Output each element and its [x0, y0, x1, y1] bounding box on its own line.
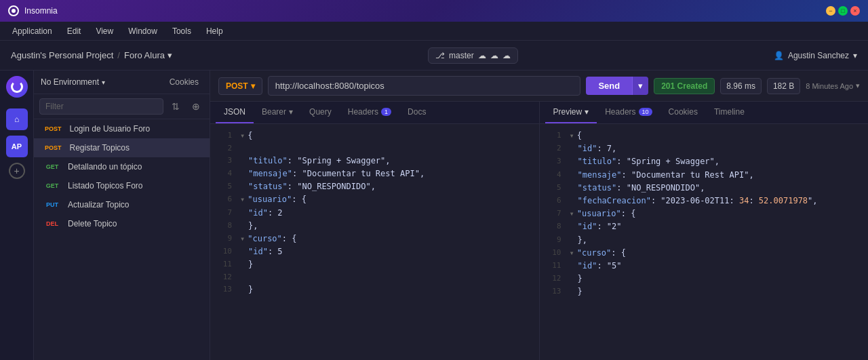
- menu-application[interactable]: Application: [5, 24, 59, 39]
- method-selector[interactable]: POST ▾: [218, 77, 262, 95]
- request-list-item[interactable]: POST Login de Usuario Foro: [34, 119, 210, 138]
- add-request-button[interactable]: ⊕: [188, 98, 204, 115]
- expand-icon[interactable]: ▾: [240, 233, 245, 245]
- git-branch-selector[interactable]: ⎇ master ☁ ☁ ☁: [428, 47, 518, 64]
- size-badge: 182 B: [767, 78, 800, 94]
- request-name: Registar Topicos: [70, 143, 130, 153]
- line-content: "id": 5: [248, 245, 534, 258]
- code-line: 2: [210, 142, 539, 155]
- cloud-icon: ☁: [478, 51, 486, 60]
- response-tab-headers[interactable]: Headers 10: [597, 102, 660, 123]
- user-chevron-icon: ▾: [853, 51, 857, 60]
- expand-icon[interactable]: ▾: [240, 129, 245, 142]
- line-content: {: [248, 129, 533, 142]
- minimize-button[interactable]: −: [826, 6, 835, 16]
- line-number: 10: [545, 247, 561, 259]
- line-content: },: [248, 220, 534, 233]
- request-list-item[interactable]: DEL Delete Topico: [34, 214, 210, 233]
- request-list-item[interactable]: GET Listado Topicos Foro: [34, 176, 210, 195]
- request-tab-headers[interactable]: Headers 1: [340, 102, 399, 123]
- line-number: 4: [216, 167, 232, 180]
- request-tab-bearer[interactable]: Bearer ▾: [254, 102, 301, 123]
- line-number: 5: [545, 182, 561, 194]
- close-button[interactable]: ×: [850, 6, 860, 16]
- expand-icon[interactable]: ▾: [570, 207, 574, 220]
- maximize-button[interactable]: □: [838, 6, 848, 16]
- request-name: Detallando un tópico: [68, 162, 142, 172]
- method-badge: GET: [42, 182, 62, 190]
- sort-button[interactable]: ⇅: [167, 98, 184, 115]
- environment-selector[interactable]: No Environment ▾: [41, 77, 161, 87]
- request-list-item[interactable]: GET Detallando un tópico: [34, 157, 210, 176]
- line-number: 9: [545, 234, 561, 246]
- code-line: 8 "id": "2": [540, 220, 869, 233]
- user-info[interactable]: 👤 Agustin Sanchez ▾: [774, 51, 857, 60]
- send-dropdown-button[interactable]: ▾: [632, 77, 648, 95]
- request-body-editor[interactable]: 1▾{23 "titulo": "Spring + Swagger",4 "me…: [210, 124, 539, 360]
- line-number: 2: [545, 142, 561, 155]
- menu-bar: Application Edit View Window Tools Help: [0, 22, 868, 41]
- code-line: 3 "titulo": "Spring + Swagger",: [210, 155, 539, 167]
- send-button[interactable]: Send: [586, 77, 632, 95]
- menu-window[interactable]: Window: [121, 24, 164, 39]
- user-icon: 👤: [774, 51, 784, 60]
- filter-input[interactable]: [39, 98, 163, 115]
- time-ago: 8 Minutes Ago ▾: [806, 81, 860, 90]
- cookies-button[interactable]: Cookies: [165, 76, 203, 88]
- home-icon: ⌂: [14, 115, 19, 124]
- workspace-badge[interactable]: AP: [6, 136, 28, 157]
- request-tab-docs[interactable]: Docs: [399, 102, 434, 123]
- cloud-ok-icon: ☁: [502, 51, 511, 60]
- add-workspace-button[interactable]: +: [9, 163, 25, 179]
- method-badge: GET: [42, 163, 62, 171]
- response-tab-cookies[interactable]: Cookies: [660, 102, 706, 123]
- main-container: ⌂ AP + No Environment ▾ Cookies ⇅ ⊕ POST…: [0, 71, 868, 360]
- panels: JSONBearer ▾QueryHeaders 1Docs 1▾{23 "ti…: [210, 102, 868, 360]
- svg-point-1: [12, 9, 16, 13]
- code-line: 8 },: [210, 220, 539, 233]
- expand-icon[interactable]: ▾: [240, 193, 245, 206]
- url-input[interactable]: [268, 76, 581, 96]
- response-tab-timeline[interactable]: Timeline: [706, 102, 753, 123]
- git-icon: ⎇: [435, 51, 445, 60]
- menu-view[interactable]: View: [89, 24, 120, 39]
- line-number: 6: [216, 193, 232, 205]
- request-name: Login de Usuario Foro: [70, 124, 151, 134]
- sidebar: No Environment ▾ Cookies ⇅ ⊕ POST Login …: [34, 71, 210, 360]
- request-tab-bar: JSONBearer ▾QueryHeaders 1Docs: [210, 102, 539, 124]
- line-number: 2: [216, 142, 232, 155]
- line-content: "curso": {: [577, 247, 863, 260]
- breadcrumb-collection[interactable]: Foro Alura ▾: [124, 50, 172, 60]
- code-line: 4 "mensaje": "Documentar tu Rest API",: [210, 167, 539, 180]
- nav-home-button[interactable]: ⌂: [6, 108, 28, 130]
- request-list-item[interactable]: POST Registar Topicos: [34, 138, 210, 157]
- method-badge: DEL: [42, 220, 62, 228]
- line-content: }: [248, 258, 534, 271]
- request-list-item[interactable]: PUT Actualizar Topico: [34, 195, 210, 214]
- code-line: 4 "mensaje": "Documentar tu Rest API",: [540, 169, 869, 182]
- expand-icon[interactable]: ▾: [570, 247, 574, 260]
- request-name: Delete Topico: [68, 219, 117, 228]
- response-tab-preview[interactable]: Preview ▾: [545, 102, 597, 123]
- preview-chevron-icon: ▾: [585, 107, 589, 117]
- method-badge: PUT: [42, 201, 62, 209]
- expand-icon[interactable]: ▾: [570, 129, 574, 142]
- line-number: 13: [545, 285, 561, 298]
- menu-help[interactable]: Help: [199, 24, 230, 39]
- request-tab-json[interactable]: JSON: [216, 102, 254, 123]
- method-chevron-icon: ▾: [251, 81, 255, 91]
- breadcrumb-project: Agustin's Personal Project: [11, 50, 113, 60]
- line-number: 7: [216, 207, 232, 219]
- tab-chevron-icon: ▾: [289, 107, 293, 117]
- code-line: 10 "id": 5: [210, 245, 539, 258]
- send-button-group: Send ▾: [586, 77, 648, 95]
- method-label: POST: [226, 81, 248, 91]
- menu-tools[interactable]: Tools: [165, 24, 198, 39]
- response-body-viewer: 1▾{2 "id": 7,3 "titulo": "Spring + Swagg…: [540, 124, 869, 360]
- code-line: 13}: [210, 283, 539, 296]
- request-tab-query[interactable]: Query: [301, 102, 340, 123]
- code-line: 11 }: [210, 258, 539, 271]
- menu-edit[interactable]: Edit: [60, 24, 88, 39]
- method-badge: POST: [42, 125, 64, 133]
- line-content: "status": "NO_RESPONDIDO",: [578, 182, 863, 195]
